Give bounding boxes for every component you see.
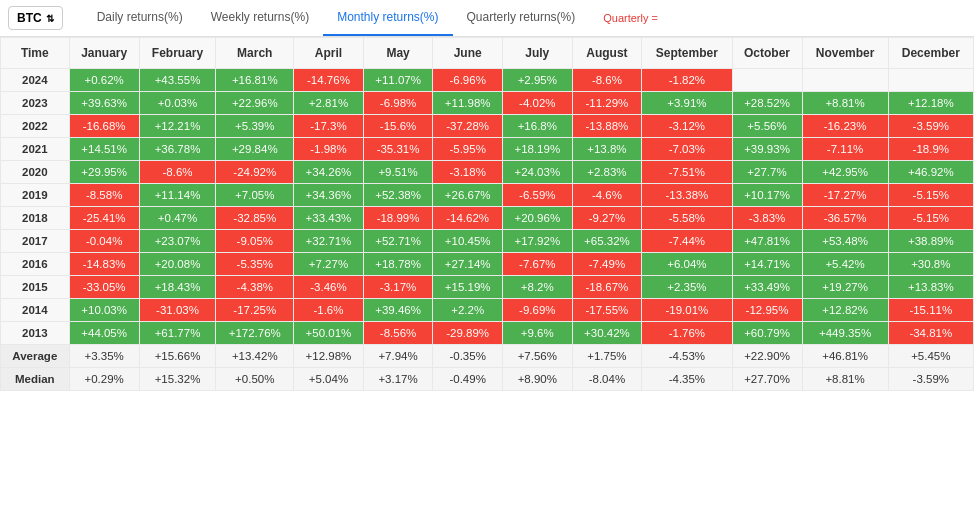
- data-cell: +18.19%: [502, 138, 572, 161]
- median-cell: +27.70%: [732, 368, 802, 391]
- table-row: 2017-0.04%+23.07%-9.05%+32.71%+52.71%+10…: [1, 230, 974, 253]
- data-cell: +28.52%: [732, 92, 802, 115]
- data-cell: +22.96%: [216, 92, 294, 115]
- data-cell: -7.11%: [802, 138, 888, 161]
- data-cell: -14.76%: [294, 69, 364, 92]
- data-cell: +38.89%: [888, 230, 973, 253]
- median-cell: -8.04%: [572, 368, 642, 391]
- data-cell: -7.51%: [642, 161, 732, 184]
- asset-selector[interactable]: BTC ⇅: [8, 6, 63, 30]
- data-cell: +14.51%: [69, 138, 139, 161]
- data-cell: +2.2%: [433, 299, 503, 322]
- data-cell: +5.39%: [216, 115, 294, 138]
- data-cell: -4.02%: [502, 92, 572, 115]
- median-cell: +8.81%: [802, 368, 888, 391]
- data-cell: -0.04%: [69, 230, 139, 253]
- median-cell: +0.29%: [69, 368, 139, 391]
- data-cell: +29.84%: [216, 138, 294, 161]
- median-cell: -0.49%: [433, 368, 503, 391]
- data-cell: +20.08%: [139, 253, 216, 276]
- data-cell: +27.14%: [433, 253, 503, 276]
- data-cell: -7.03%: [642, 138, 732, 161]
- data-cell: -14.83%: [69, 253, 139, 276]
- data-cell: +11.98%: [433, 92, 503, 115]
- avg-cell: +22.90%: [732, 345, 802, 368]
- col-header-nov: November: [802, 38, 888, 69]
- data-cell: -8.6%: [139, 161, 216, 184]
- data-cell: +10.03%: [69, 299, 139, 322]
- data-cell: +34.26%: [294, 161, 364, 184]
- data-cell: +36.78%: [139, 138, 216, 161]
- data-cell: +12.21%: [139, 115, 216, 138]
- data-cell: -18.67%: [572, 276, 642, 299]
- data-cell: +33.49%: [732, 276, 802, 299]
- data-cell: -16.23%: [802, 115, 888, 138]
- tab-weekly[interactable]: Weekly returns(%): [197, 0, 323, 36]
- table-row: 2019-8.58%+11.14%+7.05%+34.36%+52.38%+26…: [1, 184, 974, 207]
- data-cell: +3.91%: [642, 92, 732, 115]
- data-cell: -14.62%: [433, 207, 503, 230]
- tab-monthly[interactable]: Monthly returns(%): [323, 0, 452, 36]
- data-cell: +42.95%: [802, 161, 888, 184]
- avg-cell: -4.53%: [642, 345, 732, 368]
- data-cell: +11.14%: [139, 184, 216, 207]
- data-cell: +23.07%: [139, 230, 216, 253]
- data-cell: +2.81%: [294, 92, 364, 115]
- data-cell: -35.31%: [363, 138, 433, 161]
- avg-cell: +3.35%: [69, 345, 139, 368]
- data-cell: -4.38%: [216, 276, 294, 299]
- data-cell: -33.05%: [69, 276, 139, 299]
- col-header-dec: December: [888, 38, 973, 69]
- data-cell: +20.96%: [502, 207, 572, 230]
- data-cell: -15.6%: [363, 115, 433, 138]
- median-row: Median+0.29%+15.32%+0.50%+5.04%+3.17%-0.…: [1, 368, 974, 391]
- data-cell: +2.95%: [502, 69, 572, 92]
- col-header-oct: October: [732, 38, 802, 69]
- data-cell: -36.57%: [802, 207, 888, 230]
- data-cell: +19.27%: [802, 276, 888, 299]
- data-cell: +52.38%: [363, 184, 433, 207]
- tab-bar: BTC ⇅ Daily returns(%) Weekly returns(%)…: [0, 0, 974, 37]
- avg-cell: +15.66%: [139, 345, 216, 368]
- data-cell: -16.68%: [69, 115, 139, 138]
- median-cell: +15.32%: [139, 368, 216, 391]
- table-row: 2016-14.83%+20.08%-5.35%+7.27%+18.78%+27…: [1, 253, 974, 276]
- data-cell: +17.92%: [502, 230, 572, 253]
- col-header-may: May: [363, 38, 433, 69]
- data-cell: -5.15%: [888, 184, 973, 207]
- data-cell: +8.81%: [802, 92, 888, 115]
- data-cell: +61.77%: [139, 322, 216, 345]
- table-row: 2024+0.62%+43.55%+16.81%-14.76%+11.07%-6…: [1, 69, 974, 92]
- data-cell: +34.36%: [294, 184, 364, 207]
- dropdown-arrow-icon: ⇅: [46, 13, 54, 24]
- main-container: BTC ⇅ Daily returns(%) Weekly returns(%)…: [0, 0, 974, 391]
- year-cell: 2021: [1, 138, 70, 161]
- col-header-jun: June: [433, 38, 503, 69]
- data-cell: -8.6%: [572, 69, 642, 92]
- data-cell: +0.47%: [139, 207, 216, 230]
- data-cell: -17.3%: [294, 115, 364, 138]
- data-cell: +2.35%: [642, 276, 732, 299]
- data-cell: -24.92%: [216, 161, 294, 184]
- data-cell: +16.81%: [216, 69, 294, 92]
- avg-cell: +7.94%: [363, 345, 433, 368]
- data-cell: -13.88%: [572, 115, 642, 138]
- data-cell: +13.8%: [572, 138, 642, 161]
- data-cell: +16.8%: [502, 115, 572, 138]
- data-cell: +32.71%: [294, 230, 364, 253]
- data-cell: -18.9%: [888, 138, 973, 161]
- data-cell: -18.99%: [363, 207, 433, 230]
- year-cell: 2020: [1, 161, 70, 184]
- data-cell: -3.83%: [732, 207, 802, 230]
- data-cell: +15.19%: [433, 276, 503, 299]
- data-cell: -37.28%: [433, 115, 503, 138]
- data-cell: +39.63%: [69, 92, 139, 115]
- data-cell: +12.18%: [888, 92, 973, 115]
- median-cell: -4.35%: [642, 368, 732, 391]
- data-cell: -29.89%: [433, 322, 503, 345]
- tab-daily[interactable]: Daily returns(%): [83, 0, 197, 36]
- avg-cell: +12.98%: [294, 345, 364, 368]
- tab-quarterly[interactable]: Quarterly returns(%): [453, 0, 590, 36]
- data-cell: +65.32%: [572, 230, 642, 253]
- data-cell: +7.05%: [216, 184, 294, 207]
